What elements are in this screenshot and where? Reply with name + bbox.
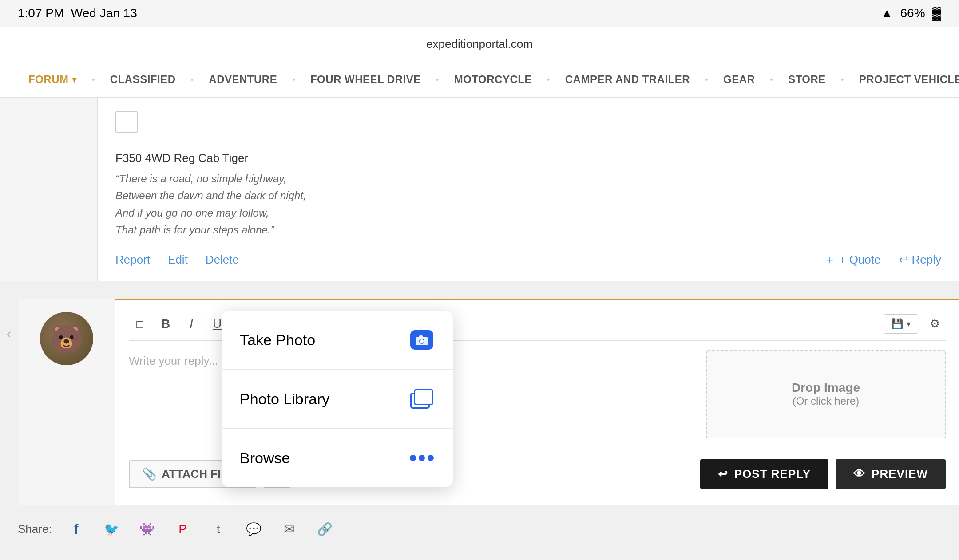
toolbar-save-btn[interactable]: 💾 ▾ <box>884 314 918 334</box>
post-content-col: F350 4WD Reg Cab Tiger “There is a road,… <box>98 98 959 281</box>
nav-item-adventure[interactable]: ADVENTURE <box>198 62 288 97</box>
share-email-icon[interactable]: ✉ <box>278 518 301 540</box>
nav-item-motorcycle[interactable]: MOTORCYCLE <box>444 62 543 97</box>
post-avatar-col <box>0 98 98 281</box>
nav-item-gear[interactable]: GEAR <box>713 62 765 97</box>
share-facebook-icon[interactable]: f <box>65 518 87 540</box>
breadcrumb: Forum › Classified › For Sale and Wanted… <box>0 554 959 560</box>
toolbar-underline-btn[interactable]: U <box>206 313 228 335</box>
nav-camper-label: CAMPER AND TRAILER <box>565 73 690 86</box>
nav-dot-2: • <box>186 62 198 97</box>
share-twitter-icon[interactable]: 🐦 <box>101 518 123 540</box>
nav-item-four-wheel-drive[interactable]: FOUR WHEEL DRIVE <box>300 62 432 97</box>
toolbar-eraser-btn[interactable]: ◻ <box>129 313 151 335</box>
post-quote: “There is a road, no simple highway, Bet… <box>115 170 941 239</box>
post-checkbox[interactable] <box>115 111 138 133</box>
reply-icon: ↩ <box>899 253 908 267</box>
editor-textarea-area[interactable]: Write your reply... <box>129 341 697 447</box>
reply-left-nav: ‹ <box>0 299 18 505</box>
attach-files-button[interactable]: 📎 ATTACH FILES <box>129 460 257 488</box>
nav-item-project-vehicles[interactable]: PROJECT VEHICLES <box>848 62 959 97</box>
toolbar-right: 💾 ▾ ⚙ <box>884 313 946 335</box>
editor-toolbar: ◻ B I U S 💧 ⬆ 💾 ▾ <box>129 308 946 341</box>
delete-link[interactable]: Delete <box>206 253 239 267</box>
url-bar: expeditionportal.com <box>0 27 959 62</box>
editor-bottom-left: 📎 ATTACH FILES 📎 <box>129 460 290 488</box>
quote-line-1: “There is a road, no simple highway, <box>115 170 941 187</box>
avatar: 🐻 <box>40 312 93 365</box>
report-link[interactable]: Report <box>115 253 150 267</box>
attach-btn-2[interactable]: 📎 <box>264 460 290 488</box>
nav-dot-7: • <box>765 62 777 97</box>
share-label: Share: <box>18 522 52 536</box>
preview-icon: 👁 <box>853 467 865 481</box>
attach-label: ATTACH FILES <box>162 467 243 481</box>
toolbar-strikethrough-btn[interactable]: S <box>232 313 254 335</box>
quote-line-4: That path is for your steps alone.” <box>115 221 941 238</box>
reply-avatar-col: 🐻 <box>18 299 115 505</box>
share-whatsapp-icon[interactable]: 💬 <box>243 518 265 540</box>
nav-dot-3: • <box>288 62 300 97</box>
nav-forum-chevron: ▾ <box>72 74 77 85</box>
save-icon: 💾 <box>891 318 903 330</box>
nav-dot-1: • <box>87 62 99 97</box>
preview-label: PREVIEW <box>872 467 928 481</box>
quote-line-2: Between the dawn and the dark of night, <box>115 187 941 204</box>
main-content: F350 4WD Reg Cab Tiger “There is a road,… <box>0 98 959 560</box>
editor-bottom: 📎 ATTACH FILES 📎 ↩ POST REPLY 👁 <box>129 452 946 496</box>
preview-button[interactable]: 👁 PREVIEW <box>836 459 946 489</box>
share-bar: Share: f 🐦 👾 P t 💬 ✉ 🔗 <box>0 505 959 554</box>
save-chevron: ▾ <box>907 319 911 329</box>
toolbar-bold-btn[interactable]: B <box>155 313 177 335</box>
edit-link[interactable]: Edit <box>168 253 188 267</box>
post-right-actions: ＋ + Quote ↩ Reply <box>824 252 941 268</box>
nav-adventure-label: ADVENTURE <box>209 73 277 86</box>
nav-item-classified[interactable]: CLASSIFIED <box>99 62 186 97</box>
post-reply-icon: ↩ <box>718 467 728 481</box>
nav-dot-6: • <box>701 62 713 97</box>
post-actions: Report Edit Delete ＋ + Quote ↩ Reply <box>115 252 941 268</box>
post-reply-button[interactable]: ↩ POST REPLY <box>700 459 828 489</box>
nav-dot-5: • <box>543 62 555 97</box>
wifi-icon: ▲ <box>881 6 893 20</box>
editor-placeholder: Write your reply... <box>129 350 697 372</box>
post-card: F350 4WD Reg Cab Tiger “There is a road,… <box>0 98 959 281</box>
nav-store-label: STORE <box>788 73 826 86</box>
editor-top-border <box>115 299 959 300</box>
toolbar-upload-btn[interactable]: ⬆ <box>298 313 321 335</box>
battery-icon: ▓ <box>932 6 941 20</box>
checkbox-area <box>115 111 941 133</box>
drop-image-sub: (Or click here) <box>793 395 860 407</box>
share-link-icon[interactable]: 🔗 <box>314 518 336 540</box>
post-reply-label: POST REPLY <box>734 467 811 481</box>
attach-icon: 📎 <box>142 467 156 481</box>
nav-project-label: PROJECT VEHICLES <box>859 73 959 86</box>
reply-label: Reply <box>912 253 941 267</box>
gap-1 <box>0 290 959 299</box>
status-bar: 1:07 PM Wed Jan 13 ▲ 66% ▓ <box>0 0 959 27</box>
post-vehicle: F350 4WD Reg Cab Tiger <box>115 151 941 165</box>
quote-button[interactable]: ＋ + Quote <box>824 252 880 268</box>
toolbar-gear-btn[interactable]: ⚙ <box>923 313 946 335</box>
nav-dot-4: • <box>432 62 444 97</box>
left-chevron-icon: ‹ <box>7 325 12 342</box>
nav-motorcycle-label: MOTORCYCLE <box>454 73 532 86</box>
share-pinterest-icon[interactable]: P <box>172 518 194 540</box>
nav-item-forum[interactable]: FORUM ▾ <box>18 62 87 97</box>
nav-item-store[interactable]: STORE <box>777 62 836 97</box>
toolbar-sep-1 <box>259 315 260 333</box>
nav-gear-label: GEAR <box>723 73 755 86</box>
attach-icon-2: 📎 <box>277 467 290 481</box>
nav-item-camper-trailer[interactable]: CAMPER AND TRAILER <box>555 62 701 97</box>
reply-button[interactable]: ↩ Reply <box>899 252 941 268</box>
editor-right-buttons: ↩ POST REPLY 👁 PREVIEW <box>700 459 946 489</box>
toolbar-italic-btn[interactable]: I <box>180 313 202 335</box>
quote-label: + Quote <box>839 253 880 267</box>
status-right: ▲ 66% ▓ <box>881 6 941 20</box>
toolbar-color-btn[interactable]: 💧 <box>265 313 287 335</box>
toolbar-sep-2 <box>293 315 293 333</box>
share-tumblr-icon[interactable]: t <box>207 518 230 540</box>
editor-body: Write your reply... Drop Image (Or click… <box>129 341 946 447</box>
share-reddit-icon[interactable]: 👾 <box>136 518 159 540</box>
drop-image-zone[interactable]: Drop Image (Or click here) <box>706 350 946 438</box>
